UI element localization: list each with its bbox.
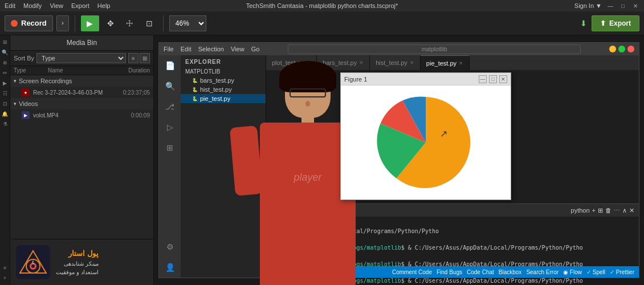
sidebar-icon-6[interactable]: ☷ bbox=[1, 89, 10, 98]
terminal-trash-button[interactable]: 🗑 bbox=[605, 207, 612, 214]
screen-recordings-section[interactable]: ▾ Screen Recordings bbox=[10, 75, 153, 87]
vscode-menu-edit[interactable]: Edit bbox=[181, 46, 191, 52]
vscode-menu-go[interactable]: Go bbox=[251, 46, 260, 52]
sort-select[interactable]: Type bbox=[36, 53, 126, 63]
terminal-split-button[interactable]: ⊞ bbox=[598, 207, 603, 214]
statusbar-search-error[interactable]: Search Error bbox=[526, 269, 559, 275]
cursor-indicator: ↗ bbox=[440, 129, 447, 139]
statusbar-right: Comment Code Find Bugs Code Chat Blackbo… bbox=[392, 269, 634, 275]
menu-view[interactable]: View bbox=[50, 2, 63, 9]
tab-hist-test[interactable]: hist_test.py ✕ bbox=[370, 55, 421, 70]
sidebar-icon-5[interactable]: ▶ bbox=[1, 79, 10, 88]
tab-close-plot[interactable]: ✕ bbox=[306, 60, 311, 66]
statusbar-prettier[interactable]: ✓ Prettier bbox=[610, 269, 634, 275]
sidebar-icon-4[interactable]: ✏ bbox=[1, 68, 10, 78]
extensions-activity-icon[interactable]: ⊞ bbox=[162, 140, 178, 156]
col-type-header: Type bbox=[14, 67, 48, 74]
record-button[interactable]: Record bbox=[5, 15, 53, 31]
sidebar-icon-8[interactable]: 🔔 bbox=[1, 109, 10, 119]
list-view-button[interactable]: ≡ bbox=[128, 53, 138, 63]
zoom-select[interactable]: 46% 25% 50% 75% 100% bbox=[169, 15, 206, 31]
statusbar-comment-code[interactable]: Comment Code bbox=[392, 269, 432, 275]
statusbar-flow[interactable]: ◉ Flow bbox=[563, 269, 582, 275]
grid-view-button[interactable]: ⊞ bbox=[140, 53, 150, 63]
vscode-menu-view[interactable]: View bbox=[231, 46, 244, 52]
crop-tool-icon[interactable]: ⊡ bbox=[141, 15, 157, 31]
explorer-label: EXPLORER bbox=[181, 55, 266, 67]
account-activity-icon[interactable]: 👤 bbox=[162, 259, 178, 275]
menu-help[interactable]: Help bbox=[97, 2, 111, 9]
pointer-tool-icon[interactable]: ✥ bbox=[103, 15, 119, 31]
figure-maximize-button[interactable]: □ bbox=[489, 75, 497, 83]
sidebar-icon-1[interactable]: ⊞ bbox=[1, 38, 10, 47]
vscode-maximize-button[interactable]: □ bbox=[618, 46, 625, 52]
screen-recordings-label: Screen Recordings bbox=[19, 78, 72, 84]
tab-close-hist[interactable]: ✕ bbox=[410, 60, 414, 66]
tab-pie-test[interactable]: pie_test.py ✕ bbox=[421, 55, 470, 70]
toolbar: Record › ▶ ✥ ☩ ⊡ 46% 25% 50% 75% 100% ⬇ … bbox=[0, 11, 644, 35]
git-activity-icon[interactable]: ⎇ bbox=[162, 99, 178, 115]
python-file-icon-2: 🐍 bbox=[192, 87, 198, 92]
figure-close-button[interactable]: ✕ bbox=[499, 75, 507, 83]
vscode-close-button[interactable]: ✕ bbox=[627, 46, 634, 52]
menu-modify[interactable]: Modify bbox=[23, 2, 42, 9]
vscode-menu: File Edit Selection View Go bbox=[164, 46, 259, 52]
sidebar-icon-2[interactable]: 🔍 bbox=[1, 48, 10, 57]
project-label[interactable]: MATPLOTLIB bbox=[181, 67, 266, 76]
vscode-minimize-button[interactable]: — bbox=[609, 46, 616, 52]
settings-activity-icon[interactable]: ⚙ bbox=[162, 239, 178, 255]
tab-close-pie[interactable]: ✕ bbox=[459, 60, 463, 66]
record-dropdown-button[interactable]: › bbox=[56, 15, 69, 31]
statusbar-spell[interactable]: ✓ Spell bbox=[586, 269, 605, 275]
vscode-menu-file[interactable]: File bbox=[164, 46, 174, 52]
tab-bars-test[interactable]: bars_test.py ✕ bbox=[317, 55, 370, 70]
menu-export[interactable]: Export bbox=[71, 2, 89, 9]
toolbar-right: ⬇ ⬆ Export bbox=[580, 15, 639, 31]
svg-point-3 bbox=[31, 264, 35, 268]
minimize-button[interactable]: — bbox=[606, 2, 614, 10]
sign-in-button[interactable]: Sign In ▼ bbox=[574, 2, 602, 9]
tab-close-bars[interactable]: ✕ bbox=[359, 60, 364, 66]
terminal-add-button[interactable]: + bbox=[592, 207, 596, 214]
run-activity-icon[interactable]: ▷ bbox=[162, 119, 178, 135]
section-arrow-icon: ▾ bbox=[14, 78, 17, 84]
sidebar-icons: ⊞ 🔍 ⊕ ✏ ▶ ☷ ⊡ 🔔 ⚗ ≡ + bbox=[0, 35, 10, 285]
figure-minimize-button[interactable]: — bbox=[479, 75, 487, 83]
terminal-header: TERMINAL python + ⊞ 🗑 ⋯ ∧ ✕ bbox=[266, 204, 639, 217]
statusbar-find-bugs[interactable]: Find Bugs bbox=[437, 269, 462, 275]
app-title: TechSmith Camtasia - matplotlib python c… bbox=[246, 2, 398, 9]
menu-bar: Edit Modify View Export Help TechSmith C… bbox=[0, 0, 644, 11]
sidebar-icon-7[interactable]: ⊡ bbox=[1, 99, 10, 108]
video-item-1[interactable]: ▶ volot.MP4 0:00:09 bbox=[10, 109, 153, 121]
terminal-close-button[interactable]: ✕ bbox=[629, 207, 634, 214]
explorer-activity-icon[interactable]: 📄 bbox=[162, 58, 178, 74]
file-pie-test[interactable]: 🐍 pie_test.py bbox=[181, 94, 266, 103]
file-bars-test[interactable]: 🐍 bars_test.py bbox=[181, 76, 266, 85]
vscode-search-bar[interactable]: matplotllib bbox=[288, 44, 581, 54]
videos-section[interactable]: ▾ Videos bbox=[10, 98, 153, 109]
statusbar-blackbox[interactable]: Blackbox bbox=[499, 269, 522, 275]
tab-plot-test[interactable]: plot_test.py ✕ bbox=[266, 55, 317, 70]
vscode-tabs: plot_test.py ✕ bars_test.py ✕ hist_test.… bbox=[266, 55, 639, 70]
sidebar-icon-3[interactable]: ⊕ bbox=[1, 58, 10, 67]
close-button[interactable]: ✕ bbox=[631, 2, 639, 10]
vscode-window-controls: — □ ✕ bbox=[609, 46, 634, 52]
recording-item-1[interactable]: ● Rec 3-27-2024-3-46-03-PM 0:23:37;05 bbox=[10, 87, 153, 98]
move-tool-icon[interactable]: ☩ bbox=[122, 15, 138, 31]
menu-edit[interactable]: Edit bbox=[5, 2, 15, 9]
search-activity-icon[interactable]: 🔍 bbox=[162, 78, 178, 94]
play-icon[interactable]: ▶ bbox=[81, 15, 99, 31]
sidebar-icon-bottom[interactable]: ≡ bbox=[1, 263, 10, 272]
statusbar-code-chat[interactable]: Code Chat bbox=[467, 269, 494, 275]
maximize-button[interactable]: □ bbox=[619, 2, 627, 10]
sidebar-icon-9[interactable]: ⚗ bbox=[1, 120, 10, 129]
vscode-menu-selection[interactable]: Selection bbox=[198, 46, 224, 52]
terminal-chevron-button[interactable]: ∧ bbox=[622, 207, 627, 214]
file-hist-test[interactable]: 🐍 hist_test.py bbox=[181, 85, 266, 94]
vscode-statusbar: ⓪ 0 △ 0 Comment Code Find Bugs Code Chat… bbox=[266, 266, 639, 278]
export-button[interactable]: ⬆ Export bbox=[592, 15, 639, 31]
terminal-more-button[interactable]: ⋯ bbox=[614, 207, 620, 214]
sidebar-icon-add[interactable]: + bbox=[1, 274, 10, 283]
file-name-pie: pie_test.py bbox=[200, 95, 230, 102]
vscode-window: File Edit Selection View Go matplotllib … bbox=[158, 42, 639, 278]
